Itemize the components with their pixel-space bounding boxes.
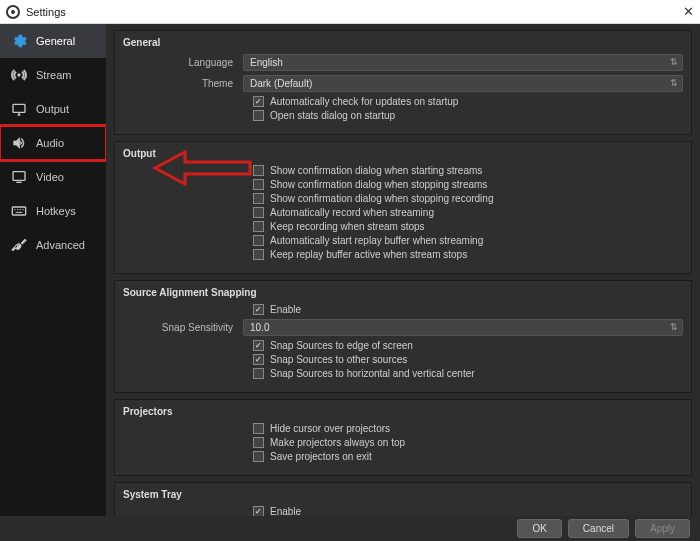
checkbox-label: Keep replay buffer active when stream st… [270,249,467,260]
checkbox-snap-edge[interactable] [253,340,264,351]
checkbox-label: Show confirmation dialog when stopping s… [270,179,487,190]
sidebar-item-label: Hotkeys [36,205,76,217]
ok-button[interactable]: OK [517,519,561,538]
gear-icon [10,32,28,50]
checkbox-label: Open stats dialog on startup [270,110,395,121]
close-icon[interactable]: ✕ [683,4,694,19]
checkbox-label: Show confirmation dialog when stopping r… [270,193,493,204]
monitor-icon [10,168,28,186]
group-projectors: Projectors Hide cursor over projectors M… [114,399,692,476]
checkbox-snap-other[interactable] [253,354,264,365]
titlebar: Settings ✕ [0,0,700,24]
checkbox-label: Snap Sources to edge of screen [270,340,413,351]
app-logo-icon [6,5,20,19]
checkbox-label: Automatically start replay buffer when s… [270,235,483,246]
sidebar-item-stream[interactable]: Stream [0,58,106,92]
sidebar: General Stream Output Audio Video [0,24,106,516]
checkbox-tray-enable[interactable] [253,506,264,516]
sidebar-item-label: General [36,35,75,47]
checkbox-keep-recording[interactable] [253,221,264,232]
sidebar-item-label: Stream [36,69,71,81]
footer: OK Cancel Apply [0,516,700,541]
group-output: Output Show confirmation dialog when sta… [114,141,692,274]
checkbox-auto-updates[interactable] [253,96,264,107]
cancel-button[interactable]: Cancel [568,519,629,538]
theme-select[interactable]: Dark (Default)⇅ [243,75,683,92]
chevron-updown-icon: ⇅ [670,57,678,67]
checkbox-label: Keep recording when stream stops [270,221,425,232]
checkbox-auto-replay-buffer[interactable] [253,235,264,246]
group-title: Source Alignment Snapping [123,287,683,298]
checkbox-keep-replay-buffer[interactable] [253,249,264,260]
sidebar-item-video[interactable]: Video [0,160,106,194]
sidebar-item-label: Video [36,171,64,183]
window-title: Settings [26,6,66,18]
group-system-tray: System Tray Enable Minimize to system tr… [114,482,692,516]
group-snapping: Source Alignment Snapping Enable Snap Se… [114,280,692,393]
checkbox-label: Automatically record when streaming [270,207,434,218]
checkbox-label: Hide cursor over projectors [270,423,390,434]
checkbox-hide-cursor[interactable] [253,423,264,434]
content-pane: General Language English⇅ Theme Dark (De… [106,24,700,516]
group-title: Output [123,148,683,159]
language-label: Language [123,57,243,68]
apply-button[interactable]: Apply [635,519,690,538]
sidebar-item-label: Advanced [36,239,85,251]
svg-rect-0 [13,104,25,112]
checkbox-label: Show confirmation dialog when starting s… [270,165,482,176]
checkbox-label: Snap Sources to horizontal and vertical … [270,368,475,379]
svg-rect-2 [12,207,25,215]
group-title: System Tray [123,489,683,500]
checkbox-label: Save projectors on exit [270,451,372,462]
output-icon [10,100,28,118]
group-general: General Language English⇅ Theme Dark (De… [114,30,692,135]
sidebar-item-audio[interactable]: Audio [0,126,106,160]
group-title: General [123,37,683,48]
speaker-icon [10,134,28,152]
checkbox-confirm-start-stream[interactable] [253,165,264,176]
checkbox-save-projectors[interactable] [253,451,264,462]
checkbox-confirm-stop-stream[interactable] [253,179,264,190]
checkbox-label: Snap Sources to other sources [270,354,407,365]
group-title: Projectors [123,406,683,417]
checkbox-label: Enable [270,506,301,516]
keyboard-icon [10,202,28,220]
sidebar-item-label: Output [36,103,69,115]
chevron-updown-icon: ⇅ [670,78,678,88]
checkbox-auto-record[interactable] [253,207,264,218]
tools-icon [10,236,28,254]
sidebar-item-output[interactable]: Output [0,92,106,126]
checkbox-label: Automatically check for updates on start… [270,96,458,107]
checkbox-snap-center[interactable] [253,368,264,379]
snap-sensitivity-input[interactable]: 10.0⇅ [243,319,683,336]
language-select[interactable]: English⇅ [243,54,683,71]
svg-rect-1 [13,172,25,181]
checkbox-label: Enable [270,304,301,315]
snap-sensitivity-label: Snap Sensitivity [123,322,243,333]
theme-label: Theme [123,78,243,89]
checkbox-always-on-top[interactable] [253,437,264,448]
checkbox-stats-startup[interactable] [253,110,264,121]
checkbox-snap-enable[interactable] [253,304,264,315]
sidebar-item-advanced[interactable]: Advanced [0,228,106,262]
checkbox-label: Make projectors always on top [270,437,405,448]
broadcast-icon [10,66,28,84]
checkbox-confirm-stop-record[interactable] [253,193,264,204]
stepper-icon: ⇅ [670,322,678,332]
sidebar-item-hotkeys[interactable]: Hotkeys [0,194,106,228]
sidebar-item-label: Audio [36,137,64,149]
sidebar-item-general[interactable]: General [0,24,106,58]
